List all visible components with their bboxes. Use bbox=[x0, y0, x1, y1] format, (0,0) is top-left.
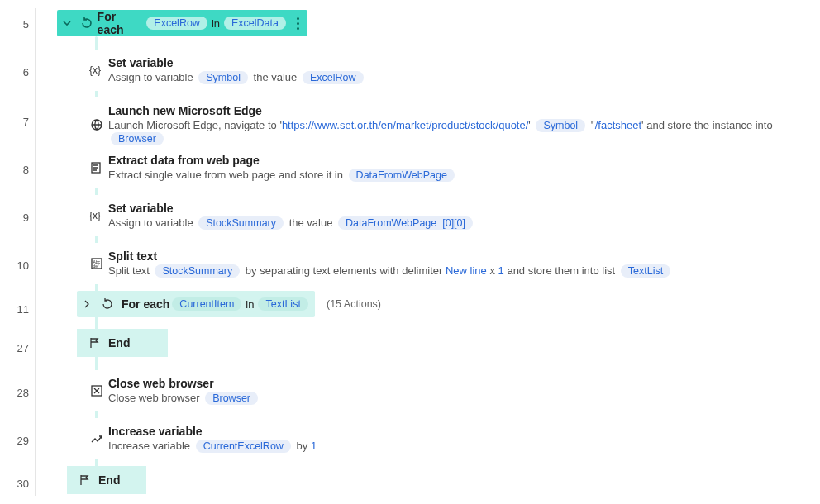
variable-pill[interactable]: CurrentExcelRow bbox=[196, 440, 291, 453]
foreach-label: For each bbox=[98, 10, 145, 36]
variable-icon: {x} bbox=[85, 209, 108, 222]
action-count: (15 Actions) bbox=[327, 298, 381, 310]
action-description: Close web browser Browser bbox=[108, 392, 812, 405]
line-number: 5 bbox=[0, 18, 29, 31]
variable-pill[interactable]: TextList bbox=[621, 264, 670, 278]
variable-pill[interactable]: StockSummary bbox=[198, 216, 284, 230]
page-icon bbox=[85, 161, 108, 174]
variable-pill[interactable]: Browser bbox=[205, 392, 258, 405]
line-number: 28 bbox=[0, 387, 29, 399]
in-keyword: in bbox=[212, 17, 220, 30]
variable-pill[interactable]: ExcelRow bbox=[146, 17, 207, 30]
variable-pill[interactable]: StockSummary bbox=[155, 264, 240, 278]
action-title: Extract data from web page bbox=[108, 154, 812, 167]
end-inner-loop[interactable]: End bbox=[77, 329, 168, 357]
line-number: 11 bbox=[0, 303, 29, 316]
loop-icon bbox=[76, 17, 97, 30]
variable-pill[interactable]: ExcelRow bbox=[303, 71, 364, 84]
action-set-variable-symbol[interactable]: {x} Set variable Assign to variable Symb… bbox=[77, 50, 820, 91]
action-split-text[interactable]: Abcdef Split text Split text StockSummar… bbox=[77, 243, 820, 284]
action-title: Close web browser bbox=[108, 377, 812, 390]
flag-icon bbox=[83, 336, 105, 349]
action-title: Set variable bbox=[108, 202, 812, 215]
line-number: 7 bbox=[0, 116, 29, 128]
svg-text:def: def bbox=[93, 264, 100, 269]
svg-text:{x}: {x} bbox=[89, 64, 101, 76]
close-window-icon bbox=[85, 384, 108, 397]
action-title: Set variable bbox=[108, 56, 812, 69]
variable-pill[interactable]: Symbol bbox=[536, 119, 585, 132]
foreach-excelrow-header[interactable]: For each ExcelRow in ExcelData bbox=[57, 10, 308, 36]
action-title: Split text bbox=[108, 250, 812, 263]
variable-pill[interactable]: DataFromWebPage bbox=[349, 169, 455, 182]
action-description: Launch Microsoft Edge, navigate to 'http… bbox=[108, 119, 812, 145]
in-keyword: in bbox=[246, 298, 254, 311]
loop-icon bbox=[97, 297, 118, 311]
line-number: 8 bbox=[0, 164, 29, 176]
end-label: End bbox=[98, 473, 120, 487]
line-number: 27 bbox=[0, 342, 29, 354]
action-set-variable-stocksummary[interactable]: {x} Set variable Assign to variable Stoc… bbox=[77, 195, 820, 236]
action-description: Split text StockSummary by separating te… bbox=[108, 264, 812, 278]
action-description: Assign to variable StockSummary the valu… bbox=[108, 216, 812, 230]
variable-pill[interactable]: Browser bbox=[111, 132, 164, 145]
flag-icon bbox=[74, 473, 95, 487]
action-description: Assign to variable Symbol the value Exce… bbox=[108, 71, 812, 84]
foreach-label: For each bbox=[122, 297, 169, 311]
variable-pill[interactable]: CurrentItem bbox=[172, 297, 241, 311]
action-close-browser[interactable]: Close web browser Close web browser Brow… bbox=[77, 370, 820, 411]
action-description: Increase variable CurrentExcelRow by 1 bbox=[108, 440, 812, 453]
variable-pill[interactable]: Symbol bbox=[198, 71, 248, 84]
line-number: 29 bbox=[0, 435, 29, 447]
text-icon: Abcdef bbox=[85, 257, 108, 270]
globe-icon bbox=[85, 118, 108, 131]
action-title: Increase variable bbox=[108, 425, 812, 438]
line-number: 9 bbox=[0, 212, 29, 224]
action-launch-edge[interactable]: Launch new Microsoft Edge Launch Microso… bbox=[77, 97, 820, 152]
line-number: 6 bbox=[0, 66, 29, 78]
line-number: 10 bbox=[0, 259, 29, 272]
action-increase-variable[interactable]: Increase variable Increase variable Curr… bbox=[77, 418, 820, 459]
end-label: End bbox=[108, 336, 130, 349]
variable-icon: {x} bbox=[85, 64, 108, 77]
action-title: Launch new Microsoft Edge bbox=[108, 104, 812, 117]
svg-text:{x}: {x} bbox=[89, 210, 101, 221]
action-extract-web-data[interactable]: Extract data from web page Extract singl… bbox=[77, 147, 820, 188]
trend-up-icon bbox=[85, 432, 108, 445]
more-menu-icon[interactable] bbox=[288, 17, 308, 30]
variable-pill[interactable]: ExcelData bbox=[224, 17, 286, 30]
action-description: Extract single value from web page and s… bbox=[108, 169, 812, 182]
variable-pill[interactable]: DataFromWebPage [0][0] bbox=[338, 216, 473, 230]
variable-pill[interactable]: TextList bbox=[258, 297, 308, 311]
end-outer-loop[interactable]: End bbox=[67, 466, 146, 494]
collapse-icon[interactable] bbox=[57, 18, 76, 28]
expand-icon[interactable] bbox=[77, 299, 97, 309]
foreach-currentitem-header[interactable]: For each CurrentItem in TextList bbox=[77, 291, 315, 317]
line-number: 30 bbox=[0, 478, 29, 490]
